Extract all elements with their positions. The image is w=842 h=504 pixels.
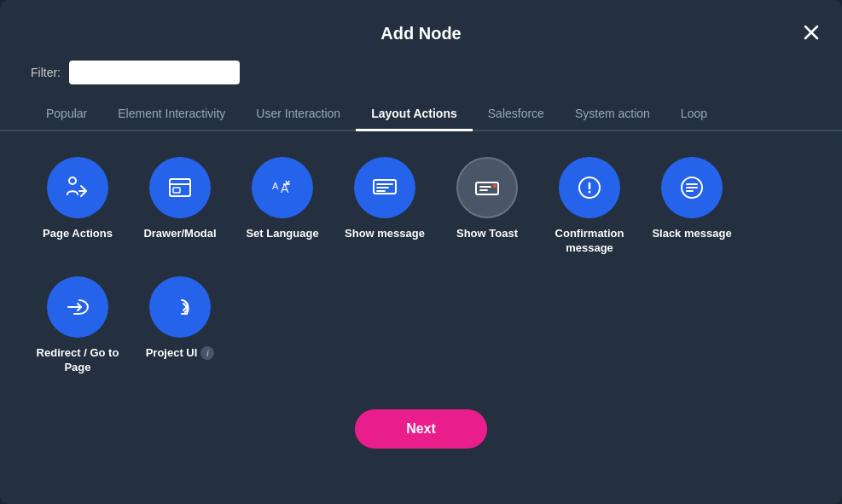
node-grid: Page Actions Drawer/Modal A: [31, 157, 811, 375]
node-icon-page-actions: [47, 157, 108, 218]
tab-system-action[interactable]: System action: [560, 98, 665, 131]
filter-row: Filter:: [0, 57, 842, 98]
node-label-confirmation-message: Confirmation message: [543, 227, 636, 256]
node-label-project-ui: Project UI: [146, 346, 198, 361]
node-confirmation-message[interactable]: Confirmation message: [543, 157, 636, 256]
node-icon-confirmation-message: [559, 157, 620, 218]
node-slack-message[interactable]: Slack message: [645, 157, 739, 256]
node-drawer-modal[interactable]: Drawer/Modal: [133, 157, 227, 256]
modal-header: Add Node: [0, 0, 842, 57]
tab-layout-actions[interactable]: Layout Actions: [356, 98, 473, 131]
next-button[interactable]: Next: [355, 409, 487, 449]
modal-footer: Next: [0, 392, 842, 479]
project-ui-info-icon[interactable]: i: [200, 346, 214, 360]
node-redirect-go-to-page[interactable]: Redirect / Go to Page: [31, 276, 125, 375]
tab-element-interactivity[interactable]: Element Interactivity: [102, 98, 241, 131]
node-icon-slack-message: [661, 157, 723, 218]
node-icon-set-language: A A: [252, 157, 313, 218]
tab-salesforce[interactable]: Salesforce: [473, 98, 560, 131]
node-icon-project-ui: [149, 276, 211, 338]
node-label-slack-message: Slack message: [652, 227, 731, 241]
node-icon-show-message: [354, 157, 415, 218]
svg-point-2: [69, 177, 76, 184]
filter-label: Filter:: [31, 66, 61, 79]
svg-point-20: [589, 191, 591, 194]
node-label-redirect-go-to-page: Redirect / Go to Page: [31, 346, 125, 375]
node-label-drawer-modal: Drawer/Modal: [143, 227, 216, 241]
tab-popular[interactable]: Popular: [31, 98, 102, 131]
node-icon-drawer-modal: [149, 157, 211, 218]
svg-rect-6: [173, 188, 180, 193]
node-page-actions[interactable]: Page Actions: [31, 157, 125, 256]
tab-loop[interactable]: Loop: [665, 98, 723, 131]
node-label-page-actions: Page Actions: [43, 227, 113, 241]
node-set-language[interactable]: A A Set Language: [235, 157, 329, 256]
close-button[interactable]: [798, 19, 825, 46]
svg-rect-17: [493, 184, 496, 188]
node-project-ui[interactable]: Project UI i: [133, 276, 227, 375]
tabs-row: Popular Element Interactivity User Inter…: [0, 98, 842, 131]
svg-text:A: A: [272, 181, 279, 191]
node-label-show-toast: Show Toast: [456, 227, 518, 241]
node-label-show-message: Show message: [345, 227, 425, 241]
node-show-message[interactable]: Show message: [338, 157, 432, 256]
node-icon-redirect-go-to-page: [47, 276, 108, 338]
node-show-toast[interactable]: Show Toast: [440, 157, 534, 256]
modal: Add Node Filter: Popular Element Interac…: [0, 0, 842, 504]
node-grid-area: Page Actions Drawer/Modal A: [0, 131, 842, 392]
filter-input[interactable]: [69, 61, 240, 84]
node-icon-show-toast: [456, 157, 518, 218]
modal-title: Add Node: [380, 24, 461, 43]
tab-user-interaction[interactable]: User Interaction: [241, 98, 356, 131]
node-label-set-language: Set Language: [246, 227, 318, 241]
